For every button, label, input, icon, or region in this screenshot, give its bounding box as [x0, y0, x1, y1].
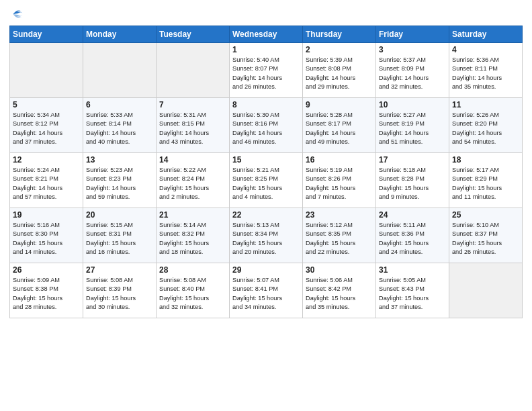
day-cell: 5Sunrise: 5:34 AM Sunset: 8:12 PM Daylig…	[10, 98, 83, 153]
day-number: 15	[232, 155, 300, 165]
day-number: 3	[379, 45, 446, 54]
day-cell: 2Sunrise: 5:39 AM Sunset: 8:08 PM Daylig…	[303, 43, 376, 98]
day-cell: 3Sunrise: 5:37 AM Sunset: 8:09 PM Daylig…	[376, 43, 449, 98]
day-number: 4	[452, 45, 519, 54]
day-number: 7	[159, 100, 226, 109]
day-info: Sunrise: 5:26 AM Sunset: 8:20 PM Dayligh…	[452, 111, 519, 146]
day-number: 18	[452, 155, 519, 165]
header-thursday: Thursday	[303, 26, 376, 43]
day-info: Sunrise: 5:34 AM Sunset: 8:12 PM Dayligh…	[13, 111, 80, 146]
day-info: Sunrise: 5:18 AM Sunset: 8:28 PM Dayligh…	[379, 166, 446, 201]
day-info: Sunrise: 5:22 AM Sunset: 8:24 PM Dayligh…	[159, 166, 226, 201]
day-cell: 6Sunrise: 5:33 AM Sunset: 8:14 PM Daylig…	[83, 98, 157, 153]
day-info: Sunrise: 5:05 AM Sunset: 8:43 PM Dayligh…	[379, 276, 446, 312]
day-number: 16	[306, 155, 373, 165]
day-number: 5	[13, 100, 80, 109]
day-number: 8	[232, 100, 300, 109]
day-cell: 25Sunrise: 5:10 AM Sunset: 8:37 PM Dayli…	[449, 208, 523, 263]
day-number: 10	[379, 100, 446, 109]
day-number: 13	[86, 155, 153, 165]
header-friday: Friday	[376, 26, 449, 43]
calendar-table: SundayMondayTuesdayWednesdayThursdayFrid…	[9, 26, 523, 318]
day-cell: 15Sunrise: 5:21 AM Sunset: 8:25 PM Dayli…	[230, 153, 303, 208]
day-cell: 30Sunrise: 5:06 AM Sunset: 8:42 PM Dayli…	[303, 263, 376, 318]
day-info: Sunrise: 5:33 AM Sunset: 8:14 PM Dayligh…	[86, 111, 153, 146]
day-cell	[10, 43, 83, 98]
day-number: 28	[159, 265, 226, 275]
day-info: Sunrise: 5:07 AM Sunset: 8:41 PM Dayligh…	[232, 276, 300, 312]
day-number: 2	[306, 45, 373, 54]
header-saturday: Saturday	[449, 26, 523, 43]
day-info: Sunrise: 5:31 AM Sunset: 8:15 PM Dayligh…	[159, 111, 226, 146]
day-number: 26	[13, 265, 80, 275]
day-number: 17	[379, 155, 446, 165]
day-number: 21	[159, 210, 226, 220]
day-info: Sunrise: 5:10 AM Sunset: 8:37 PM Dayligh…	[452, 221, 519, 257]
day-cell: 11Sunrise: 5:26 AM Sunset: 8:20 PM Dayli…	[449, 98, 523, 153]
day-info: Sunrise: 5:09 AM Sunset: 8:38 PM Dayligh…	[13, 276, 80, 312]
header	[9, 7, 523, 21]
calendar-header: SundayMondayTuesdayWednesdayThursdayFrid…	[10, 26, 523, 43]
header-sunday: Sunday	[10, 26, 83, 43]
day-number: 25	[452, 210, 519, 220]
day-number: 27	[86, 265, 153, 275]
day-number: 1	[232, 45, 300, 54]
day-number: 31	[379, 265, 446, 275]
day-cell: 19Sunrise: 5:16 AM Sunset: 8:30 PM Dayli…	[10, 208, 83, 263]
week-row-5: 26Sunrise: 5:09 AM Sunset: 8:38 PM Dayli…	[10, 263, 523, 318]
day-info: Sunrise: 5:21 AM Sunset: 8:25 PM Dayligh…	[232, 166, 300, 201]
day-cell: 21Sunrise: 5:14 AM Sunset: 8:32 PM Dayli…	[157, 208, 230, 263]
day-cell: 29Sunrise: 5:07 AM Sunset: 8:41 PM Dayli…	[230, 263, 303, 318]
week-row-1: 1Sunrise: 5:40 AM Sunset: 8:07 PM Daylig…	[10, 43, 523, 98]
header-tuesday: Tuesday	[157, 26, 230, 43]
day-cell: 14Sunrise: 5:22 AM Sunset: 8:24 PM Dayli…	[157, 153, 230, 208]
header-wednesday: Wednesday	[230, 26, 303, 43]
header-monday: Monday	[83, 26, 157, 43]
week-row-2: 5Sunrise: 5:34 AM Sunset: 8:12 PM Daylig…	[10, 98, 523, 153]
page: SundayMondayTuesdayWednesdayThursdayFrid…	[0, 0, 532, 325]
day-info: Sunrise: 5:12 AM Sunset: 8:35 PM Dayligh…	[306, 221, 373, 257]
day-cell: 8Sunrise: 5:30 AM Sunset: 8:16 PM Daylig…	[230, 98, 303, 153]
day-cell: 4Sunrise: 5:36 AM Sunset: 8:11 PM Daylig…	[449, 43, 523, 98]
day-cell: 13Sunrise: 5:23 AM Sunset: 8:23 PM Dayli…	[83, 153, 157, 208]
day-cell: 26Sunrise: 5:09 AM Sunset: 8:38 PM Dayli…	[10, 263, 83, 318]
day-info: Sunrise: 5:16 AM Sunset: 8:30 PM Dayligh…	[13, 221, 80, 257]
day-cell: 9Sunrise: 5:28 AM Sunset: 8:17 PM Daylig…	[303, 98, 376, 153]
day-info: Sunrise: 5:40 AM Sunset: 8:07 PM Dayligh…	[232, 56, 300, 91]
day-number: 19	[13, 210, 80, 220]
day-number: 30	[306, 265, 373, 275]
day-cell: 7Sunrise: 5:31 AM Sunset: 8:15 PM Daylig…	[157, 98, 230, 153]
day-cell: 27Sunrise: 5:08 AM Sunset: 8:39 PM Dayli…	[83, 263, 157, 318]
day-number: 6	[86, 100, 153, 109]
day-info: Sunrise: 5:17 AM Sunset: 8:29 PM Dayligh…	[452, 166, 519, 201]
day-info: Sunrise: 5:24 AM Sunset: 8:21 PM Dayligh…	[13, 166, 80, 201]
day-number: 24	[379, 210, 446, 220]
day-info: Sunrise: 5:15 AM Sunset: 8:31 PM Dayligh…	[86, 221, 153, 257]
day-info: Sunrise: 5:11 AM Sunset: 8:36 PM Dayligh…	[379, 221, 446, 257]
day-cell: 1Sunrise: 5:40 AM Sunset: 8:07 PM Daylig…	[230, 43, 303, 98]
logo	[9, 7, 26, 21]
day-info: Sunrise: 5:08 AM Sunset: 8:39 PM Dayligh…	[86, 276, 153, 312]
day-info: Sunrise: 5:13 AM Sunset: 8:34 PM Dayligh…	[232, 221, 300, 257]
day-number: 20	[86, 210, 153, 220]
day-cell: 17Sunrise: 5:18 AM Sunset: 8:28 PM Dayli…	[376, 153, 449, 208]
day-cell	[157, 43, 230, 98]
day-number: 29	[232, 265, 300, 275]
week-row-4: 19Sunrise: 5:16 AM Sunset: 8:30 PM Dayli…	[10, 208, 523, 263]
week-row-3: 12Sunrise: 5:24 AM Sunset: 8:21 PM Dayli…	[10, 153, 523, 208]
day-cell: 12Sunrise: 5:24 AM Sunset: 8:21 PM Dayli…	[10, 153, 83, 208]
day-cell: 18Sunrise: 5:17 AM Sunset: 8:29 PM Dayli…	[449, 153, 523, 208]
day-info: Sunrise: 5:27 AM Sunset: 8:19 PM Dayligh…	[379, 111, 446, 146]
day-number: 11	[452, 100, 519, 109]
day-number: 12	[13, 155, 80, 165]
header-row: SundayMondayTuesdayWednesdayThursdayFrid…	[10, 26, 523, 43]
day-cell: 31Sunrise: 5:05 AM Sunset: 8:43 PM Dayli…	[376, 263, 449, 318]
day-cell: 22Sunrise: 5:13 AM Sunset: 8:34 PM Dayli…	[230, 208, 303, 263]
day-info: Sunrise: 5:14 AM Sunset: 8:32 PM Dayligh…	[159, 221, 226, 257]
day-number: 9	[306, 100, 373, 109]
day-info: Sunrise: 5:37 AM Sunset: 8:09 PM Dayligh…	[379, 56, 446, 91]
day-cell: 28Sunrise: 5:08 AM Sunset: 8:40 PM Dayli…	[157, 263, 230, 318]
day-info: Sunrise: 5:36 AM Sunset: 8:11 PM Dayligh…	[452, 56, 519, 91]
day-info: Sunrise: 5:06 AM Sunset: 8:42 PM Dayligh…	[306, 276, 373, 312]
day-cell: 23Sunrise: 5:12 AM Sunset: 8:35 PM Dayli…	[303, 208, 376, 263]
